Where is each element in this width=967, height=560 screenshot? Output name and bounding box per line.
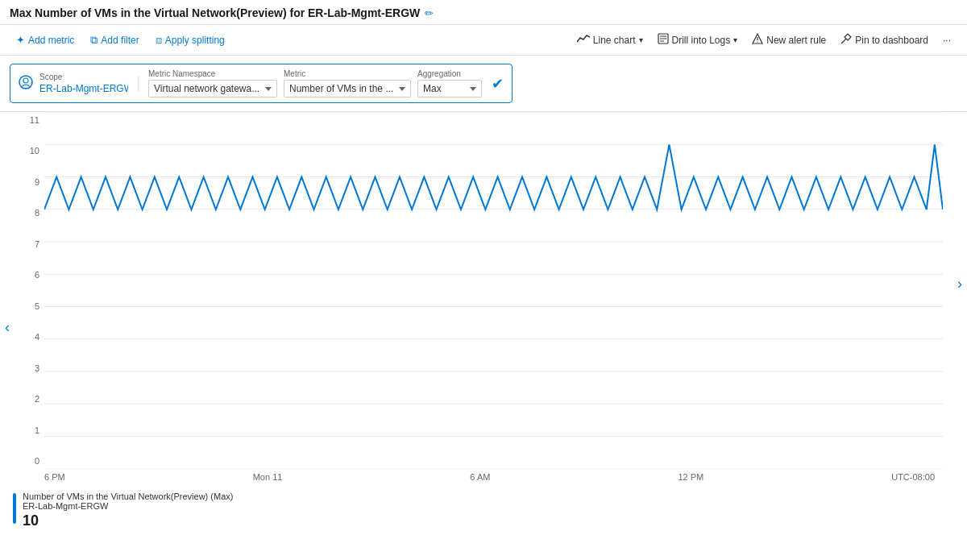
drill-logs-label: Drill into Logs	[672, 35, 731, 46]
y-label-9: 9	[12, 177, 44, 187]
scope-container: Scope Metric Namespace Virtual network g…	[10, 64, 513, 103]
apply-splitting-icon: ⧈	[156, 34, 162, 47]
aggregation-field: Aggregation Max	[417, 69, 482, 97]
line-chart-label: Line chart	[593, 35, 636, 46]
add-metric-label: Add metric	[28, 35, 74, 46]
aggregation-label: Aggregation	[417, 69, 482, 78]
metric-select[interactable]: Number of VMs in the ...	[284, 80, 411, 97]
drill-logs-icon	[658, 33, 669, 47]
legend-area: Number of VMs in the Virtual Network(Pre…	[0, 485, 967, 536]
pin-dashboard-label: Pin to dashboard	[855, 35, 928, 46]
y-axis: 11 10 9 8 7 6 5 4 3 2 1 0	[12, 112, 44, 469]
y-label-4: 4	[12, 332, 44, 342]
y-label-3: 3	[12, 363, 44, 373]
legend-sublabel: ER-Lab-Mgmt-ERGW	[23, 501, 233, 511]
add-filter-button[interactable]: ⧉ Add filter	[84, 31, 145, 50]
y-label-5: 5	[12, 301, 44, 311]
y-label-6: 6	[12, 270, 44, 280]
scope-input[interactable]	[39, 83, 128, 94]
svg-point-7	[23, 78, 28, 83]
nav-right-button[interactable]: ›	[952, 271, 967, 297]
pin-dashboard-icon	[840, 33, 852, 47]
legend-value: 10	[23, 512, 233, 529]
new-alert-button[interactable]: New alert rule	[745, 30, 832, 50]
toolbar: ✦ Add metric ⧉ Add filter ⧈ Apply splitt…	[0, 25, 967, 56]
y-label-0: 0	[12, 456, 44, 466]
x-axis: 6 PM Mon 11 6 AM 12 PM UTC-08:00	[0, 469, 967, 482]
namespace-label: Metric Namespace	[148, 69, 277, 78]
divider	[138, 76, 139, 92]
scope-icon	[19, 75, 33, 92]
x-label-utc: UTC-08:00	[891, 472, 935, 482]
y-label-11: 11	[12, 115, 44, 125]
new-alert-icon	[752, 33, 763, 47]
x-label-6am: 6 AM	[470, 472, 490, 482]
new-alert-label: New alert rule	[766, 35, 826, 46]
top-bar: Max Number of VMs in the Virtual Network…	[0, 0, 967, 25]
more-options-icon: ···	[943, 35, 951, 46]
line-chart-chevron: ▾	[639, 35, 643, 44]
x-label-mon11: Mon 11	[253, 472, 283, 482]
drill-logs-button[interactable]: Drill into Logs ▾	[651, 30, 745, 50]
chart-svg	[44, 112, 943, 469]
add-filter-label: Add filter	[101, 35, 139, 46]
metric-label: Metric	[284, 69, 411, 78]
y-label-8: 8	[12, 208, 44, 218]
scope-bar: Scope Metric Namespace Virtual network g…	[0, 56, 967, 112]
x-label-6pm: 6 PM	[44, 472, 65, 482]
legend-label: Number of VMs in the Virtual Network(Pre…	[23, 492, 233, 501]
pin-dashboard-button[interactable]: Pin to dashboard	[834, 30, 935, 50]
namespace-select[interactable]: Virtual network gatewa...	[148, 80, 277, 97]
drill-logs-chevron: ▾	[733, 35, 737, 44]
toolbar-right: Line chart ▾ Drill into Logs ▾ New alert…	[571, 30, 957, 50]
page-title: Max Number of VMs in the Virtual Network…	[10, 6, 420, 19]
add-filter-icon: ⧉	[90, 34, 98, 47]
edit-icon[interactable]: ✏	[425, 7, 434, 19]
legend-color-bar	[13, 493, 16, 524]
namespace-field: Metric Namespace Virtual network gatewa.…	[148, 69, 277, 97]
title-area: Max Number of VMs in the Virtual Network…	[10, 6, 434, 19]
more-options-button[interactable]: ···	[936, 31, 957, 49]
chart-with-axes: 11 10 9 8 7 6 5 4 3 2 1 0	[12, 112, 943, 469]
scope-field: Scope	[39, 73, 128, 94]
add-metric-icon: ✦	[16, 34, 25, 46]
aggregation-select[interactable]: Max	[417, 80, 482, 97]
legend-text-area: Number of VMs in the Virtual Network(Pre…	[23, 492, 233, 529]
add-metric-button[interactable]: ✦ Add metric	[10, 31, 81, 49]
metric-field: Metric Number of VMs in the ...	[284, 69, 411, 97]
y-label-1: 1	[12, 425, 44, 435]
chart-svg-wrapper	[44, 112, 943, 469]
apply-splitting-label: Apply splitting	[165, 35, 225, 46]
line-chart-icon	[577, 34, 590, 46]
scope-label: Scope	[39, 73, 128, 81]
chart-area: ‹ › 11 10 9 8 7 6 5 4 3 2 1 0	[0, 112, 967, 541]
toolbar-left: ✦ Add metric ⧉ Add filter ⧈ Apply splitt…	[10, 31, 231, 50]
confirm-icon: ✔	[492, 75, 504, 93]
y-label-2: 2	[12, 394, 44, 404]
svg-point-5	[757, 41, 758, 42]
apply-splitting-button[interactable]: ⧈ Apply splitting	[149, 31, 231, 50]
y-label-7: 7	[12, 239, 44, 249]
line-chart-button[interactable]: Line chart ▾	[571, 31, 650, 49]
y-label-10: 10	[12, 146, 44, 156]
x-label-12pm: 12 PM	[678, 472, 703, 482]
